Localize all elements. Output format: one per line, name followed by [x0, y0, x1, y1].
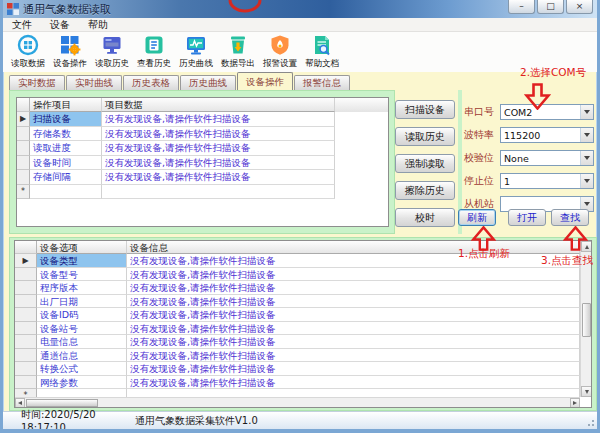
minimize-button[interactable]: –: [508, 0, 535, 14]
toolbar: 读取数据 设备操作 读取历史: [3, 32, 597, 72]
parity-select[interactable]: None: [500, 150, 594, 166]
annotation-up-arrow-icon: [563, 226, 588, 251]
read-history-icon: [101, 34, 123, 56]
toolbar-data-export[interactable]: 数据导出: [217, 34, 259, 70]
scroll-down-icon[interactable]: [581, 386, 592, 397]
annotation-ring-icon: [225, 0, 265, 14]
new-row[interactable]: *: [17, 185, 388, 200]
alarm-settings-icon: [269, 34, 291, 56]
tab-realtime-curve[interactable]: 实时曲线: [66, 75, 122, 90]
chevron-down-icon[interactable]: [580, 174, 593, 188]
window-title: 通用气象数据读取: [23, 2, 111, 17]
status-time: 时间:2020/5/20 18:17:10: [21, 408, 127, 433]
view-history-icon: [143, 34, 165, 56]
table-row[interactable]: 程序版本 没有发现设备,请操作软件扫描设备: [15, 281, 591, 295]
new-row-marker: *: [17, 185, 30, 200]
tab-history-table[interactable]: 历史表格: [123, 75, 179, 90]
menu-help[interactable]: 帮助: [79, 18, 117, 32]
menu-device[interactable]: 设备: [41, 18, 79, 32]
horizontal-scrollbar[interactable]: [15, 397, 580, 407]
app-window: 通用气象数据读取 – □ × 文件 设备 帮助 读取数据: [0, 0, 600, 433]
parity-label: 校验位: [464, 150, 498, 166]
toolbar-read-history[interactable]: 读取历史: [91, 34, 133, 70]
history-curve-icon: [185, 34, 207, 56]
table-row[interactable]: 读取进度 没有发现设备,请操作软件扫描设备: [17, 141, 388, 156]
device-operation-icon: [59, 34, 81, 56]
time-sync-button[interactable]: 校时: [395, 208, 455, 227]
chevron-down-icon[interactable]: [580, 151, 593, 165]
col-device-option[interactable]: 设备选项: [37, 241, 127, 254]
titlebar: 通用气象数据读取 – □ ×: [3, 0, 597, 18]
table-row[interactable]: 设备时间 没有发现设备,请操作软件扫描设备: [17, 156, 388, 171]
stopbits-label: 停止位: [464, 173, 498, 189]
menubar: 文件 设备 帮助: [3, 18, 597, 32]
read-data-icon: [17, 34, 39, 56]
erase-history-button[interactable]: 擦除历史: [395, 181, 455, 200]
open-button[interactable]: 打开: [508, 209, 546, 226]
table-row[interactable]: 设备型号 没有发现设备,请操作软件扫描设备: [15, 268, 591, 282]
current-row-marker: ▶: [15, 254, 37, 268]
col-item-data[interactable]: 项目数据: [102, 98, 335, 112]
find-button[interactable]: 查找: [551, 209, 589, 226]
table-row[interactable]: 网络参数 没有发现设备,请操作软件扫描设备: [15, 376, 591, 390]
table-row[interactable]: 设备站号 没有发现设备,请操作软件扫描设备: [15, 322, 591, 336]
toolbar-history-curve[interactable]: 历史曲线: [175, 34, 217, 70]
col-device-info[interactable]: 设备信息: [127, 241, 580, 254]
data-export-icon: [227, 34, 249, 56]
status-version: 通用气象数据采集软件V1.0: [135, 414, 258, 428]
scroll-left-icon[interactable]: [15, 398, 25, 408]
statusbar: 时间:2020/5/20 18:17:10 通用气象数据采集软件V1.0: [3, 411, 597, 429]
toolbar-read-data[interactable]: 读取数据: [7, 34, 49, 70]
port-label: 串口号: [464, 104, 498, 120]
toolbar-alarm-settings[interactable]: 报警设置: [259, 34, 301, 70]
annotation-step3: 3.点击查找: [541, 254, 593, 268]
operation-table-header: 操作项目 项目数据: [17, 98, 388, 112]
device-table: 设备选项 设备信息 ▶ 设备类型 没有发现设备,请操作软件扫描设备 设备型号 没…: [14, 240, 592, 408]
table-row[interactable]: 存储条数 没有发现设备,请操作软件扫描设备: [17, 127, 388, 142]
toolbar-help-doc[interactable]: 帮助文档: [301, 34, 343, 70]
scrollbar-thumb[interactable]: [26, 399, 98, 407]
menu-file[interactable]: 文件: [3, 18, 41, 32]
resize-grip[interactable]: [585, 417, 595, 427]
tab-alarm-info[interactable]: 报警信息: [294, 75, 350, 90]
scrollbar-thumb[interactable]: [582, 303, 591, 337]
refresh-button[interactable]: 刷新: [458, 209, 496, 226]
table-row[interactable]: 设备ID码 没有发现设备,请操作软件扫描设备: [15, 308, 591, 322]
table-row[interactable]: 出厂日期 没有发现设备,请操作软件扫描设备: [15, 295, 591, 309]
app-icon: [7, 3, 19, 15]
baud-select[interactable]: 115200: [500, 127, 594, 143]
scroll-right-icon[interactable]: [570, 398, 580, 408]
scan-device-button[interactable]: 扫描设备: [395, 100, 455, 119]
operation-table: 操作项目 项目数据 ▶ 扫描设备 没有发现设备,请操作软件扫描设备 存储条数 没…: [16, 97, 389, 227]
force-read-button[interactable]: 强制读取: [395, 154, 455, 173]
window-controls: – □ ×: [508, 0, 593, 14]
chevron-down-icon[interactable]: [580, 128, 593, 142]
table-row[interactable]: 电量信息 没有发现设备,请操作软件扫描设备: [15, 335, 591, 349]
table-row[interactable]: ▶ 扫描设备 没有发现设备,请操作软件扫描设备: [17, 112, 388, 127]
read-history-button[interactable]: 读取历史: [395, 127, 455, 146]
table-row[interactable]: 通道信息 没有发现设备,请操作软件扫描设备: [15, 349, 591, 363]
annotation-step2: 2.选择COM号: [520, 66, 586, 80]
current-row-marker: ▶: [17, 112, 30, 127]
table-row[interactable]: 存储间隔 没有发现设备,请操作软件扫描设备: [17, 170, 388, 185]
annotation-down-arrow-icon: [524, 83, 551, 110]
toolbar-view-history[interactable]: 查看历史: [133, 34, 175, 70]
chevron-down-icon[interactable]: [580, 105, 593, 119]
baud-label: 波特率: [464, 127, 498, 143]
help-doc-icon: [311, 34, 333, 56]
col-operation-item[interactable]: 操作项目: [30, 98, 102, 112]
stopbits-select[interactable]: 1: [500, 173, 594, 189]
maximize-button[interactable]: □: [537, 0, 564, 14]
close-button[interactable]: ×: [566, 0, 593, 14]
tabstrip: 实时数据 实时曲线 历史表格 历史曲线 设备操作 报警信息: [3, 72, 597, 90]
tab-device-operation[interactable]: 设备操作: [237, 72, 293, 90]
tab-realtime-data[interactable]: 实时数据: [9, 75, 65, 90]
tab-history-curve[interactable]: 历史曲线: [180, 75, 236, 90]
toolbar-device-operation[interactable]: 设备操作: [49, 34, 91, 70]
table-row[interactable]: 转换公式 没有发现设备,请操作软件扫描设备: [15, 362, 591, 376]
annotation-step1: 1.点击刷新: [458, 247, 510, 261]
